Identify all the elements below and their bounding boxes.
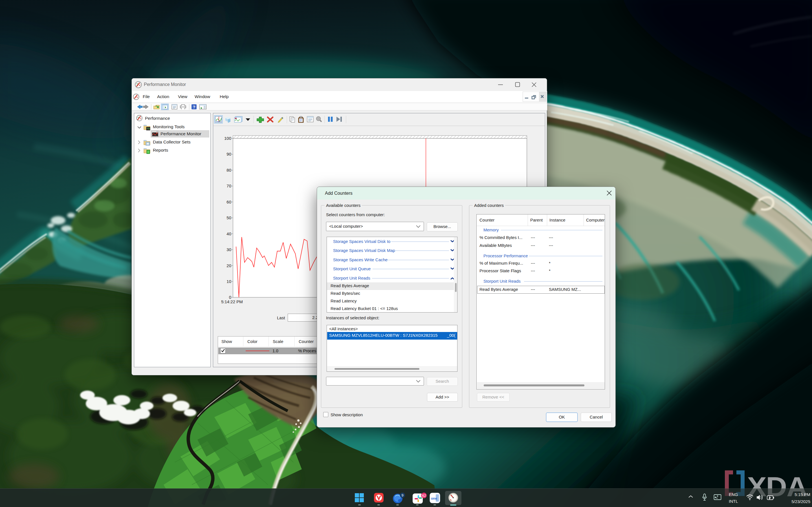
svg-text:40: 40 xyxy=(226,231,231,236)
svg-text:100: 100 xyxy=(224,136,231,140)
svg-text:50: 50 xyxy=(226,215,231,220)
svg-text:one: one xyxy=(431,497,437,501)
svg-text:30: 30 xyxy=(226,247,231,252)
svg-text:60: 60 xyxy=(226,200,231,204)
svg-text:20: 20 xyxy=(226,263,231,268)
svg-text:70: 70 xyxy=(226,183,231,188)
svg-text:80: 80 xyxy=(226,168,231,172)
svg-text:0: 0 xyxy=(229,295,231,299)
svg-text:?: ? xyxy=(193,105,196,109)
svg-text:62: 62 xyxy=(422,494,426,498)
svg-text:5:14:22 PM: 5:14:22 PM xyxy=(221,299,243,304)
svg-text:9: 9 xyxy=(402,494,404,497)
svg-text:10: 10 xyxy=(226,279,231,284)
svg-text:90: 90 xyxy=(226,152,231,156)
